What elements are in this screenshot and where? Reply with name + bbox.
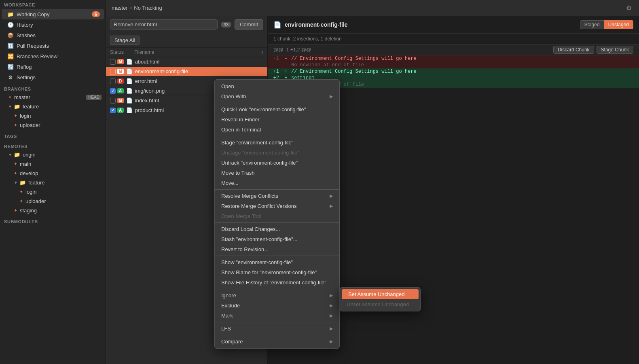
diff-hunk-header: @@ -1 +1,2 @@ Discard Chunk Stage Chunk [268, 44, 639, 55]
ctx-resolve-merge[interactable]: Resolve Merge Conflicts ▶ [215, 191, 339, 201]
file-icon-img-icon: 📄 [126, 88, 133, 94]
breadcrumb-branch: master [112, 5, 128, 11]
sidebar-item-reflog[interactable]: 🔄 Reflog [2, 61, 104, 72]
content-row: 33 Commit Stage All Status Filename ↕ M … [106, 16, 639, 364]
checkbox-product[interactable] [110, 108, 116, 113]
ctx-show-blame[interactable]: Show Blame for "environment-config-file" [215, 267, 339, 277]
folder-icon-feature: 📁 [14, 104, 20, 110]
file-name-product: product.html [135, 107, 164, 113]
branch-item-master[interactable]: ✦ master HEAD [0, 93, 106, 102]
file-row-environment-config[interactable]: M 📄 environment-config-file [106, 67, 267, 76]
remote-label-main: main [20, 161, 31, 167]
submodules-section-header: Submodules [0, 215, 106, 225]
diff-line-no-newline-1: No newline at end of file [268, 62, 639, 68]
ctx-revert-revision[interactable]: Revert to Revision... [215, 244, 339, 254]
branch-label-feature: feature [23, 104, 39, 110]
working-copy-badge: 6 [92, 11, 100, 17]
ctx-lfs[interactable]: LFS ▶ [215, 324, 339, 334]
branch-item-feature[interactable]: ▼ 📁 feature [0, 102, 106, 111]
branch-icon-main: ✦ [14, 161, 17, 167]
remote-label-origin: origin [23, 152, 36, 158]
ctx-stash[interactable]: Stash "environment-config-file"... [215, 234, 339, 244]
sidebar-item-working-copy-label: Working Copy [17, 11, 49, 17]
remote-item-origin[interactable]: ▼ 📁 origin [0, 150, 106, 159]
remote-item-login[interactable]: ✦ login [0, 187, 106, 197]
remote-item-uploader[interactable]: ✦ uploader [0, 197, 106, 206]
col-header-filename: Filename [134, 49, 261, 55]
branch-icon-login: ✦ [14, 113, 17, 119]
ctx-restore-merge[interactable]: Restore Merge Conflict Versions ▶ [215, 201, 339, 211]
commit-button[interactable]: Commit [235, 19, 263, 30]
branch-icon-staging: ✦ [14, 208, 17, 213]
stage-all-button[interactable]: Stage All [110, 36, 140, 45]
status-badge-about: M [117, 59, 124, 64]
sidebar-item-stashes[interactable]: 📦 Stashes [2, 30, 104, 40]
remote-item-main[interactable]: ✦ main [0, 159, 106, 169]
ctx-exclude[interactable]: Exclude ▶ [215, 301, 339, 311]
branch-icon-remote-login: ✦ [19, 189, 23, 195]
settings-gear-button[interactable]: ⚙ [624, 2, 633, 13]
col-header-status: Status [110, 49, 134, 55]
checkbox-img-icon[interactable] [110, 88, 116, 94]
ctx-unstage: Unstage "environment-config-file" [215, 148, 339, 158]
ctx-open-with[interactable]: Open With ▶ [215, 91, 339, 102]
file-name-env-config: environment-config-file [135, 68, 188, 74]
arrow-compare: ▶ [330, 339, 333, 344]
checkbox-index[interactable] [110, 98, 116, 104]
ctx-quick-look[interactable]: Quick Look "environment-config-file" [215, 104, 339, 114]
submenu-unset-assume-unchanged: Unset Assume Unchanged [340, 299, 420, 309]
remote-item-feature[interactable]: ▼ 📁 feature [0, 178, 106, 187]
ctx-discard-local[interactable]: Discard Local Changes... [215, 224, 339, 234]
ctx-reveal-finder[interactable]: Reveal in Finder [215, 114, 339, 125]
commit-message-input[interactable] [110, 19, 218, 30]
sidebar-item-branches-review[interactable]: 🔀 Branches Review [2, 51, 104, 61]
ctx-open[interactable]: Open [215, 81, 339, 91]
ctx-mark[interactable]: Mark ▶ [215, 311, 339, 321]
staged-button[interactable]: Staged [580, 20, 604, 29]
breadcrumb-tracking: No Tracking [134, 5, 162, 11]
checkbox-about[interactable] [110, 59, 116, 65]
file-icon-about: 📄 [126, 59, 133, 65]
ctx-open-terminal[interactable]: Open in Terminal [215, 125, 339, 135]
sidebar-item-stashes-label: Stashes [17, 32, 36, 38]
ctx-sep-7 [215, 322, 339, 322]
checkbox-error[interactable] [110, 78, 116, 84]
ctx-show-history[interactable]: Show File History of "environment-config… [215, 277, 339, 288]
checkbox-env-config[interactable] [110, 69, 116, 74]
arrow-ignore: ▶ [330, 293, 333, 298]
file-name-error: error.html [135, 78, 157, 84]
stashes-icon: 📦 [7, 32, 14, 38]
tags-section-header: Tags [0, 130, 106, 140]
sidebar-item-history[interactable]: 🕐 History [2, 19, 104, 30]
folder-icon-remote-feature: 📁 [19, 180, 26, 186]
sidebar-item-settings[interactable]: ⚙ Settings [2, 72, 104, 83]
submenu-set-assume-unchanged[interactable]: Set Assume Unchanged [342, 289, 419, 299]
ctx-show[interactable]: Show "environment-config-file" [215, 257, 339, 267]
sidebar-item-history-label: History [17, 22, 33, 28]
ctx-compare[interactable]: Compare ▶ [215, 336, 339, 347]
sidebar-item-settings-label: Settings [17, 74, 36, 80]
ctx-move-trash[interactable]: Move to Trash [215, 168, 339, 178]
sort-icon[interactable]: ↕ [261, 49, 263, 55]
branch-item-login[interactable]: ✦ login [0, 111, 106, 121]
ctx-ignore[interactable]: Ignore ▶ [215, 290, 339, 301]
stage-chunk-button[interactable]: Stage Chunk [597, 46, 633, 54]
diff-meta: 1 chunk, 2 insertions, 1 deletion [268, 34, 639, 44]
ctx-open-merge-tool: Open Merge Tool [215, 211, 339, 221]
remote-item-staging[interactable]: ✦ staging [0, 206, 106, 215]
submenu-mark: Set Assume Unchanged Unset Assume Unchan… [340, 287, 421, 311]
file-name-about: about.html [135, 59, 160, 65]
discard-chunk-button[interactable]: Discard Chunk [553, 46, 594, 54]
ctx-untrack[interactable]: Untrack "environment-config-file" [215, 158, 339, 168]
remote-item-develop[interactable]: ✦ develop [0, 169, 106, 178]
branches-review-icon: 🔀 [7, 53, 14, 59]
unstaged-button[interactable]: Unstaged [604, 20, 633, 29]
ctx-move[interactable]: Move... [215, 178, 339, 188]
ctx-stage[interactable]: Stage "environment-config-file" [215, 138, 339, 148]
branch-item-uploader[interactable]: ✦ uploader [0, 121, 106, 130]
sidebar-item-pull-requests[interactable]: 🔃 Pull Requests [2, 40, 104, 51]
file-row-about[interactable]: M 📄 about.html [106, 57, 267, 67]
branch-icon-remote-uploader: ✦ [19, 199, 23, 204]
sidebar-item-working-copy[interactable]: 📁 Working Copy 6 [2, 9, 104, 19]
ctx-sep-8 [215, 335, 339, 335]
